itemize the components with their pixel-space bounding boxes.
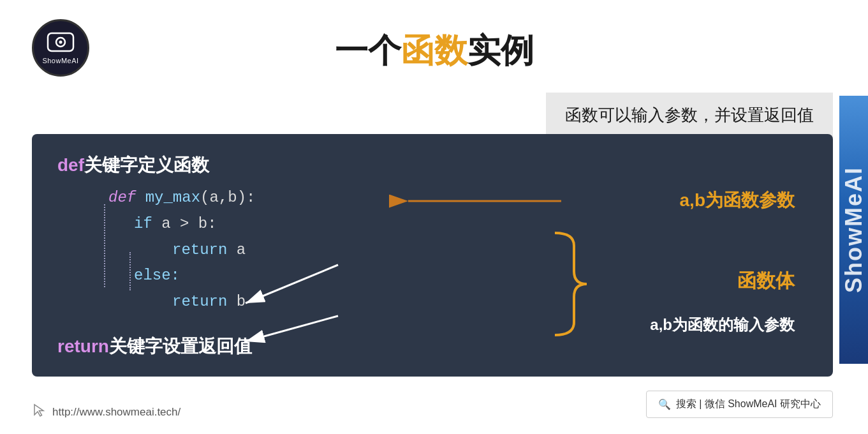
title-suffix: 实例: [467, 32, 534, 69]
indent-line-1: [104, 204, 105, 287]
code-fn-name: my_max: [145, 189, 200, 206]
cursor-icon: [32, 403, 46, 421]
code-kw-else: else:: [134, 267, 180, 284]
logo-icon: [47, 32, 75, 56]
search-box[interactable]: 🔍 搜索 | 微信 ShowMeAI 研究中心: [646, 391, 833, 418]
code-line-4: else:: [108, 263, 255, 289]
return-label-rest: 关键字设置返回值: [109, 336, 252, 356]
annotation-body: 函数体: [737, 268, 795, 294]
code-kw-return-a: return: [172, 241, 227, 258]
code-var-a: a: [161, 215, 180, 232]
def-kw: def: [57, 155, 84, 175]
title-highlight: 函数: [401, 32, 467, 69]
code-area: def my_max(a,b): if a > b: return a else…: [108, 185, 255, 315]
code-line-5: return b: [108, 289, 255, 315]
annotation-input-params: a,b为函数的输入参数: [650, 315, 795, 335]
code-line-2: if a > b:: [108, 211, 255, 237]
watermark: ShowMeAI: [839, 96, 868, 364]
def-label-rest: 关键字定义函数: [84, 155, 209, 175]
code-var-b: b:: [198, 215, 217, 232]
code-op: >: [180, 215, 189, 232]
code-kw-return-b: return: [172, 293, 227, 310]
slide: ShowMeAI 一个函数实例 函数可以输入参数，并设置返回值 ShowMeAI…: [0, 0, 868, 434]
logo-text: ShowMeAI: [42, 57, 78, 64]
page-title: 一个函数实例: [335, 29, 534, 73]
title-area: 一个函数实例: [335, 29, 534, 73]
code-kw-def: def: [108, 189, 136, 206]
return-kw: return: [57, 336, 109, 356]
code-line-3: return a: [108, 237, 255, 264]
search-icon: 🔍: [658, 398, 671, 410]
def-keyword-label: def关键字定义函数: [57, 153, 209, 177]
code-line-1: def my_max(a,b):: [108, 185, 255, 211]
info-box: 函数可以输入参数，并设置返回值: [546, 93, 833, 138]
code-kw-if: if: [134, 215, 152, 232]
code-params: (a,b):: [200, 189, 255, 206]
logo-circle: ShowMeAI: [32, 19, 89, 77]
return-keyword-label: return关键字设置返回值: [57, 334, 252, 359]
watermark-text: ShowMeAI: [841, 167, 867, 293]
search-box-text: 搜索 | 微信 ShowMeAI 研究中心: [676, 398, 821, 411]
svg-line-7: [246, 316, 338, 341]
url-area: http://www.showmeai.tech/: [32, 403, 180, 421]
url-text: http://www.showmeai.tech/: [52, 406, 180, 419]
logo-area: ShowMeAI: [32, 19, 89, 77]
annotation-params: a,b为函数参数: [680, 188, 795, 213]
svg-line-6: [246, 265, 338, 303]
title-prefix: 一个: [335, 32, 401, 69]
svg-point-2: [59, 40, 63, 43]
code-block: def关键字定义函数 def my_max(a,b): if a > b: re…: [32, 134, 833, 377]
